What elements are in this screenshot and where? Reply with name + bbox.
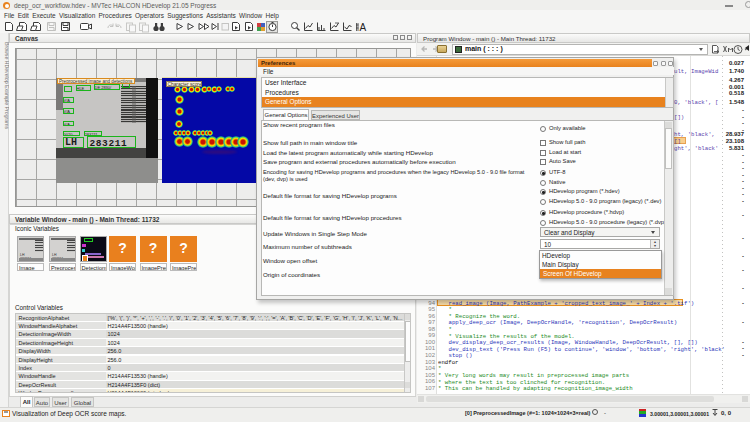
svg-text:A: A xyxy=(360,22,367,33)
